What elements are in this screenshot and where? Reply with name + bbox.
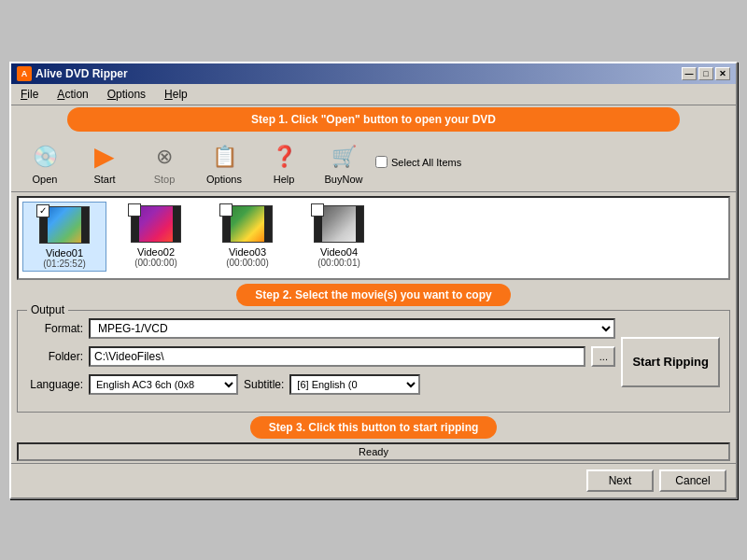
toolbar: Step 1. Click "Open" button to open your… [11, 105, 736, 192]
video-thumbnail-1: ✓ [36, 204, 92, 245]
app-icon: A [17, 66, 32, 81]
video-time-1: (01:25:52) [43, 259, 86, 269]
format-label: Format: [27, 322, 83, 335]
language-select[interactable]: English AC3 6ch (0x8 [89, 374, 238, 395]
folder-input[interactable] [89, 346, 585, 367]
window-title: Alive DVD Ripper [35, 67, 128, 80]
video-time-2: (00:00:00) [134, 258, 177, 268]
start-icon: ▶ [88, 140, 121, 174]
select-all-area: Select All Items [375, 156, 461, 168]
browse-button[interactable]: ... [591, 346, 615, 367]
video-label-3: Video03 [229, 246, 266, 258]
step1-callout: Step 1. Click "Open" button to open your… [67, 107, 680, 132]
format-select[interactable]: MPEG-1/VCD MPEG-2/DVD AVI MP4 [89, 318, 615, 339]
video-label-1: Video01 [46, 247, 83, 259]
step3-bubble: Step 3. Click this button to start rippi… [250, 416, 498, 439]
stop-button[interactable]: ⊗ Stop [136, 137, 192, 188]
folder-label: Folder: [27, 350, 83, 363]
select-all-checkbox[interactable] [375, 156, 388, 168]
video-list: ✓ Video01 (01:25:52) Video02 (00:00:00) … [17, 196, 730, 280]
video-time-3: (00:00:00) [226, 258, 269, 268]
step2-bubble: Step 2. Select the movie(s) you want to … [236, 284, 510, 306]
open-button[interactable]: 💿 Open [17, 137, 73, 188]
start-ripping-button[interactable]: Start Ripping [621, 337, 720, 387]
menu-file[interactable]: File [17, 86, 42, 103]
help-icon: ❓ [267, 140, 301, 174]
options-button[interactable]: 📋 Options [196, 137, 252, 188]
video-checkbox-2[interactable] [128, 203, 141, 217]
list-item[interactable]: Video02 (00:00:00) [114, 202, 198, 270]
subtitle-label: Subtitle: [244, 378, 284, 391]
bottom-bar: Next Cancel [11, 463, 736, 497]
menu-help[interactable]: Help [161, 86, 191, 103]
video-label-4: Video04 [320, 246, 358, 258]
minimize-button[interactable]: — [682, 67, 697, 80]
title-bar-left: A Alive DVD Ripper [17, 66, 128, 81]
next-button[interactable]: Next [586, 469, 654, 492]
menu-bar: File Action Options Help [11, 84, 736, 105]
step3-callout-area: Step 3. Click this button to start rippi… [17, 416, 730, 439]
open-icon: 💿 [28, 140, 62, 174]
status-text: Ready [359, 446, 388, 457]
video-time-4: (00:00:01) [317, 258, 360, 268]
menu-action[interactable]: Action [53, 86, 92, 103]
video-thumbnail-3 [219, 203, 275, 245]
select-all-label: Select All Items [391, 157, 461, 168]
output-legend: Output [27, 303, 68, 316]
video-checkbox-4[interactable] [311, 203, 324, 217]
format-row: Format: MPEG-1/VCD MPEG-2/DVD AVI MP4 [27, 318, 615, 339]
video-thumbnail-2 [128, 203, 184, 245]
step2-callout-area: Step 2. Select the movie(s) you want to … [17, 284, 730, 306]
stop-icon: ⊗ [148, 140, 181, 174]
buynow-icon: 🛒 [327, 140, 360, 174]
help-button[interactable]: ❓ Help [256, 137, 312, 188]
output-group: Output Format: MPEG-1/VCD MPEG-2/DVD AVI… [17, 310, 730, 413]
video-label-2: Video02 [137, 246, 175, 258]
video-checkbox-3[interactable] [219, 203, 233, 217]
buynow-button[interactable]: 🛒 BuyNow [316, 137, 372, 188]
subtitle-select[interactable]: [6] English (0 [289, 374, 420, 395]
title-bar: A Alive DVD Ripper — □ ✕ [11, 63, 736, 84]
list-item[interactable]: Video03 (00:00:00) [205, 202, 289, 270]
menu-options[interactable]: Options [104, 86, 149, 103]
lang-sub-row: English AC3 6ch (0x8 Subtitle: [6] Engli… [89, 374, 420, 395]
title-bar-controls: — □ ✕ [682, 67, 730, 80]
folder-row: Folder: ... [27, 346, 615, 367]
video-thumbnail-4 [311, 203, 367, 245]
cancel-button[interactable]: Cancel [659, 469, 726, 492]
maximize-button[interactable]: □ [698, 67, 713, 80]
start-button[interactable]: ▶ Start [77, 137, 133, 188]
main-window: A Alive DVD Ripper — □ ✕ File Action Opt… [9, 62, 738, 499]
language-label: Language: [27, 378, 83, 391]
close-button[interactable]: ✕ [715, 67, 730, 80]
language-row: Language: English AC3 6ch (0x8 Subtitle:… [27, 374, 615, 395]
status-bar: Ready [17, 442, 730, 461]
options-icon: 📋 [207, 140, 241, 174]
list-item[interactable]: Video04 (00:00:01) [297, 202, 381, 270]
video-checkbox-1[interactable]: ✓ [36, 204, 49, 217]
list-item[interactable]: ✓ Video01 (01:25:52) [22, 202, 106, 272]
